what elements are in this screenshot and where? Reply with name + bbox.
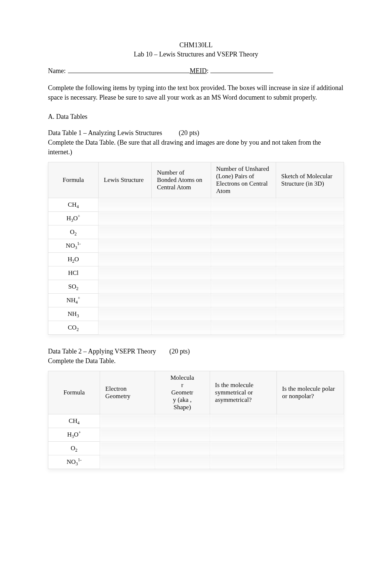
- empty-cell[interactable]: [152, 198, 211, 211]
- empty-cell[interactable]: [99, 211, 152, 225]
- name-input-line[interactable]: [68, 68, 190, 73]
- empty-cell[interactable]: [99, 252, 152, 266]
- empty-cell[interactable]: [99, 280, 152, 293]
- empty-cell[interactable]: [210, 428, 277, 442]
- empty-cell[interactable]: [155, 455, 210, 469]
- empty-cell[interactable]: [211, 211, 276, 225]
- table-row: O2: [48, 442, 344, 455]
- empty-cell[interactable]: [276, 225, 344, 239]
- table-row: H3O+: [48, 428, 344, 442]
- empty-cell[interactable]: [277, 428, 344, 442]
- empty-cell[interactable]: [277, 414, 344, 428]
- table-row: NH4+: [48, 293, 344, 307]
- empty-cell[interactable]: [152, 239, 211, 252]
- empty-cell[interactable]: [276, 321, 344, 334]
- formula-cell: O2: [48, 225, 99, 239]
- empty-cell[interactable]: [211, 321, 276, 334]
- empty-cell[interactable]: [100, 414, 155, 428]
- table-row: NO31-: [48, 239, 344, 252]
- empty-cell[interactable]: [277, 442, 344, 455]
- t2-header-polar: Is the molecule polar or nonpolar?: [277, 371, 344, 414]
- empty-cell[interactable]: [211, 293, 276, 307]
- empty-cell[interactable]: [276, 266, 344, 280]
- empty-cell[interactable]: [99, 225, 152, 239]
- formula-cell: H3O+: [48, 428, 100, 442]
- empty-cell[interactable]: [210, 414, 277, 428]
- meid-input-line[interactable]: [210, 68, 273, 73]
- table-row: CH4: [48, 198, 344, 211]
- empty-cell[interactable]: [211, 266, 276, 280]
- table1-heading: Data Table 1 – Analyzing Lewis Structure…: [48, 128, 344, 157]
- t1-header-lewis: Lewis Structure: [99, 162, 152, 198]
- table-row: HCl: [48, 266, 344, 280]
- empty-cell[interactable]: [100, 455, 155, 469]
- table2-heading: Data Table 2 – Applying VSEPR Theory (20…: [48, 346, 344, 366]
- empty-cell[interactable]: [155, 428, 210, 442]
- empty-cell[interactable]: [152, 266, 211, 280]
- empty-cell[interactable]: [152, 307, 211, 321]
- table2-title: Data Table 2 – Applying VSEPR Theory: [48, 348, 156, 355]
- empty-cell[interactable]: [100, 428, 155, 442]
- intro-paragraph: Complete the following items by typing i…: [48, 83, 344, 102]
- empty-cell[interactable]: [99, 293, 152, 307]
- empty-cell[interactable]: [276, 307, 344, 321]
- formula-cell: CH4: [48, 414, 100, 428]
- empty-cell[interactable]: [99, 307, 152, 321]
- empty-cell[interactable]: [152, 293, 211, 307]
- empty-cell[interactable]: [99, 266, 152, 280]
- formula-cell: NO31-: [48, 239, 99, 252]
- t2-header-electron: Electron Geometry: [100, 371, 155, 414]
- table1-pts: (20 pts): [179, 129, 199, 137]
- empty-cell[interactable]: [276, 198, 344, 211]
- empty-cell[interactable]: [276, 252, 344, 266]
- empty-cell[interactable]: [211, 307, 276, 321]
- meid-colon: :: [207, 67, 209, 75]
- empty-cell[interactable]: [211, 225, 276, 239]
- empty-cell[interactable]: [99, 198, 152, 211]
- data-table-2: Formula Electron Geometry MolecularGeome…: [48, 371, 344, 469]
- table-row: O2: [48, 225, 344, 239]
- empty-cell[interactable]: [277, 455, 344, 469]
- table2-pts: (20 pts): [169, 348, 190, 355]
- data-table-1: Formula Lewis Structure Number of Bonded…: [48, 162, 344, 335]
- formula-cell: CO2: [48, 321, 99, 334]
- empty-cell[interactable]: [152, 280, 211, 293]
- empty-cell[interactable]: [155, 442, 210, 455]
- formula-cell: NH4+: [48, 293, 99, 307]
- empty-cell[interactable]: [152, 321, 211, 334]
- empty-cell[interactable]: [276, 211, 344, 225]
- formula-cell: CH4: [48, 198, 99, 211]
- empty-cell[interactable]: [276, 280, 344, 293]
- table1-instructions: Complete the Data Table. (Be sure that a…: [48, 139, 321, 156]
- formula-cell: SO2: [48, 280, 99, 293]
- empty-cell[interactable]: [276, 293, 344, 307]
- table-row: H3O+: [48, 211, 344, 225]
- empty-cell[interactable]: [152, 225, 211, 239]
- empty-cell[interactable]: [100, 442, 155, 455]
- table-row: NH3: [48, 307, 344, 321]
- table-row: CO2: [48, 321, 344, 334]
- empty-cell[interactable]: [211, 198, 276, 211]
- empty-cell[interactable]: [152, 211, 211, 225]
- name-label: Name:: [48, 67, 66, 75]
- empty-cell[interactable]: [210, 442, 277, 455]
- empty-cell[interactable]: [99, 239, 152, 252]
- table1-title: Data Table 1 – Analyzing Lewis Structure…: [48, 129, 162, 137]
- empty-cell[interactable]: [211, 280, 276, 293]
- table-row: SO2: [48, 280, 344, 293]
- t2-header-molecular: MolecularGeometry (aka ,Shape): [155, 371, 210, 414]
- empty-cell[interactable]: [276, 239, 344, 252]
- formula-cell: NH3: [48, 307, 99, 321]
- t1-header-formula: Formula: [48, 162, 99, 198]
- formula-cell: HCl: [48, 266, 99, 280]
- meid-label: MEID: [190, 67, 207, 75]
- empty-cell[interactable]: [211, 239, 276, 252]
- section-a-heading: A. Data Tables: [48, 113, 344, 121]
- empty-cell[interactable]: [211, 252, 276, 266]
- empty-cell[interactable]: [210, 455, 277, 469]
- name-row: Name: MEID:: [48, 67, 344, 75]
- empty-cell[interactable]: [155, 414, 210, 428]
- formula-cell: H2O: [48, 252, 99, 266]
- empty-cell[interactable]: [99, 321, 152, 334]
- empty-cell[interactable]: [152, 252, 211, 266]
